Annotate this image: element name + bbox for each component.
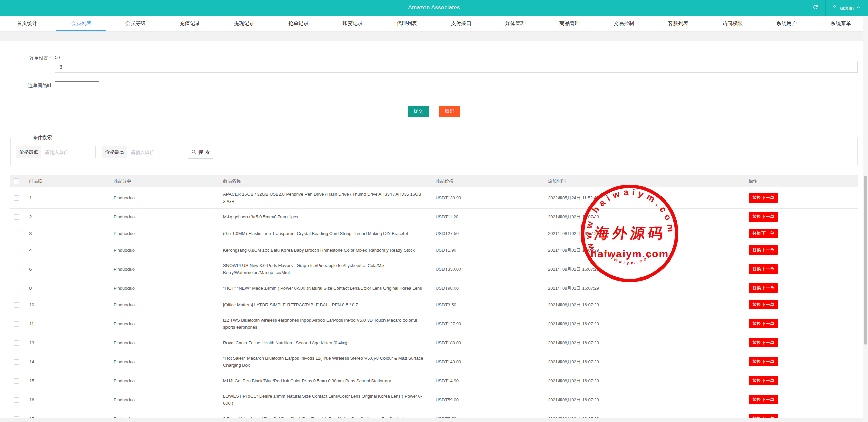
cell-time: 2021年08月02日 16:07:29 xyxy=(545,209,745,225)
chain-setting-input[interactable] xyxy=(55,61,858,73)
replace-next-order-button[interactable]: 替换下一单 xyxy=(749,319,778,328)
cell-checkbox xyxy=(10,389,26,410)
cell-action: 替换下一单 xyxy=(745,258,858,280)
row-checkbox[interactable] xyxy=(14,302,19,308)
nav-tab-抢单记录[interactable]: 抢单记录 xyxy=(271,16,326,31)
row-checkbox[interactable] xyxy=(14,340,19,346)
cell-category: Pinduoduo xyxy=(110,209,220,225)
cell-category: Pinduoduo xyxy=(110,334,220,351)
table-row: 8 Pinduoduo *HOT* *NEW* Made 14mm ( Powe… xyxy=(10,280,858,296)
cell-checkbox xyxy=(10,410,26,418)
cell-name: *Hot Sales* Macaron Bluetooth Earpod InP… xyxy=(220,351,432,372)
submit-button[interactable]: 提交 xyxy=(408,106,429,117)
cell-price: USDT1.90 xyxy=(432,242,545,258)
chain-product-row: 连单商品id xyxy=(10,81,858,89)
nav-tab-label: 支付接口 xyxy=(451,20,471,27)
nav-tab-会员列表[interactable]: 会员列表 xyxy=(54,16,108,31)
row-checkbox[interactable] xyxy=(14,321,19,327)
cell-price: USDT59.00 xyxy=(432,389,545,410)
nav-tab-客服列表[interactable]: 客服列表 xyxy=(651,16,705,31)
nav-tab-系统用户[interactable]: 系统用户 xyxy=(760,16,814,31)
cell-category: Pinduoduo xyxy=(110,187,220,209)
cell-category: Pinduoduo xyxy=(110,242,220,258)
cell-action: 替换下一单 xyxy=(745,225,858,242)
nav-tab-支付接口[interactable]: 支付接口 xyxy=(434,16,488,31)
cell-id: 15 xyxy=(26,372,110,389)
cell-price: USDT11.20 xyxy=(432,209,545,225)
chain-product-input[interactable] xyxy=(55,81,99,89)
nav-tab-会员等级[interactable]: 会员等级 xyxy=(108,16,163,31)
cell-price: USDT140.00 xyxy=(432,351,545,372)
cell-id: 16 xyxy=(26,389,110,410)
table-header-row: 商品ID 商品分类 商品名称 商品价格 添加时间 操作 xyxy=(10,175,858,187)
table-row: 15 Pinduoduo MUJI Gel Pen Black/Blue/Red… xyxy=(10,372,858,389)
cell-name: [Office Matters] LATOR SIMPLE RETRACTABL… xyxy=(220,296,432,313)
replace-next-order-button[interactable]: 替换下一单 xyxy=(749,300,778,309)
table-row: 1 Pinduoduo APACER 16GB / 32GB USB2.0 Pe… xyxy=(10,187,858,209)
replace-next-order-button[interactable]: 替换下一单 xyxy=(749,245,778,255)
replace-next-order-button[interactable]: 替换下一单 xyxy=(749,283,778,293)
nav-tab-label: 客服列表 xyxy=(668,20,688,27)
cell-time: 2021年08月02日 16:07:29 xyxy=(545,313,745,334)
cell-price: USDT139.90 xyxy=(432,187,545,209)
col-name: 商品名称 xyxy=(220,175,432,187)
replace-next-order-button[interactable]: 替换下一单 xyxy=(749,338,778,347)
replace-next-order-button[interactable]: 替换下一单 xyxy=(749,395,778,404)
price-min-input[interactable] xyxy=(41,146,95,158)
nav-tab-商品管理[interactable]: 商品管理 xyxy=(542,16,597,31)
replace-next-order-button[interactable]: 替换下一单 xyxy=(749,264,778,274)
nav-tab-label: 商品管理 xyxy=(559,20,580,27)
row-checkbox[interactable] xyxy=(14,231,19,236)
row-checkbox[interactable] xyxy=(14,378,19,384)
search-button-label: 搜 索 xyxy=(199,149,210,155)
nav-tab-label: 系统用户 xyxy=(776,20,797,27)
header-checkbox-cell xyxy=(10,175,26,187)
cell-name: (0.5-1.0MM) Elastic Line Transparent Cry… xyxy=(220,225,432,242)
refresh-button[interactable] xyxy=(806,0,825,16)
price-max-input[interactable] xyxy=(127,146,181,158)
row-checkbox[interactable] xyxy=(14,286,19,291)
table-row: 3 Pinduoduo (0.5-1.0MM) Elastic Line Tra… xyxy=(10,225,858,242)
table-row: 4 Pinduoduo Kerongsang 0.8CM 1pc Batu Ko… xyxy=(10,242,858,258)
row-checkbox[interactable] xyxy=(14,267,19,272)
nav-tab-充值记录[interactable]: 充值记录 xyxy=(163,16,217,31)
nav-tab-代理列表[interactable]: 代理列表 xyxy=(380,16,434,31)
nav-tab-访问权限[interactable]: 访问权限 xyxy=(705,16,760,31)
nav-tab-提现记录[interactable]: 提现记录 xyxy=(217,16,271,31)
row-checkbox[interactable] xyxy=(14,214,19,220)
replace-next-order-button[interactable]: 替换下一单 xyxy=(749,212,778,222)
replace-next-order-button[interactable]: 替换下一单 xyxy=(749,193,778,203)
nav-tab-账变记录[interactable]: 账变记录 xyxy=(326,16,380,31)
cell-action: 替换下一单 xyxy=(745,187,858,209)
replace-next-order-button[interactable]: 替换下一单 xyxy=(749,229,778,238)
nav-tab-首页统计[interactable]: 首页统计 xyxy=(0,16,54,31)
scrollbar-thumb[interactable] xyxy=(864,176,867,345)
cell-action: 替换下一单 xyxy=(745,410,858,418)
row-checkbox[interactable] xyxy=(14,359,19,365)
nav-tab-系统菜单[interactable]: 系统菜单 xyxy=(814,16,868,31)
cell-name: M&g gel pen r3/r5 0.5mm/0.7mm 1pcs xyxy=(220,209,432,225)
cell-id: 4 xyxy=(26,242,110,258)
replace-next-order-button[interactable]: 替换下一单 xyxy=(749,376,778,385)
cell-action: 替换下一单 xyxy=(745,242,858,258)
col-action: 操作 xyxy=(745,175,858,187)
nav-tab-交易控制[interactable]: 交易控制 xyxy=(597,16,651,31)
user-menu[interactable]: admin xyxy=(825,0,868,16)
cell-action: 替换下一单 xyxy=(745,280,858,296)
replace-next-order-button[interactable]: 替换下一单 xyxy=(749,414,778,418)
cell-price: USDT98.00 xyxy=(432,280,545,296)
cell-id: 13 xyxy=(26,334,110,351)
nav-tab-媒体管理[interactable]: 媒体管理 xyxy=(488,16,542,31)
cell-price: USDT180.00 xyxy=(432,334,545,351)
row-checkbox[interactable] xyxy=(14,248,19,253)
cancel-button[interactable]: 取消 xyxy=(439,106,460,117)
row-checkbox[interactable] xyxy=(14,195,19,201)
row-checkbox[interactable] xyxy=(14,397,19,403)
select-all-checkbox[interactable] xyxy=(14,178,19,184)
price-min-group: 价格最低 xyxy=(16,146,96,158)
cell-name: SNOWPLUS New 3.0 Pods Flavors - Grape Ic… xyxy=(220,258,432,280)
search-button[interactable]: 搜 索 xyxy=(188,146,213,159)
cell-action: 替换下一单 xyxy=(745,313,858,334)
cell-price: USDT27.50 xyxy=(432,225,545,242)
replace-next-order-button[interactable]: 替换下一单 xyxy=(749,357,778,366)
